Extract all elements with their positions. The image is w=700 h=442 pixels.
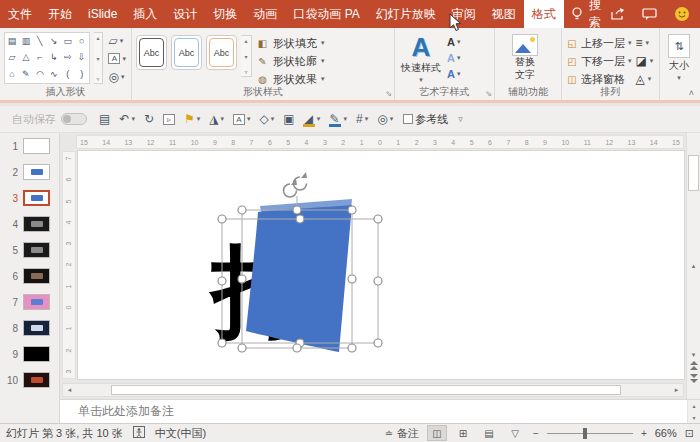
align-objects-button[interactable]: ≡▾ <box>636 35 654 51</box>
slide-thumbnail-8[interactable]: 8 <box>0 315 59 341</box>
slide-thumbnail-4[interactable]: 4 <box>0 211 59 237</box>
merge-shapes-qat-button[interactable]: ◎▾ <box>373 111 397 127</box>
search-box[interactable]: 搜索 <box>564 0 609 28</box>
shape-gallery-icon-5[interactable]: ○ <box>79 37 84 46</box>
next-slide-button[interactable] <box>687 372 700 385</box>
v-scroll-thumb[interactable] <box>688 155 699 191</box>
shape-gallery-icon-3[interactable]: ↘ <box>50 37 58 46</box>
shape-gallery-icon-7[interactable]: △ <box>22 53 29 62</box>
notes-toggle-button[interactable]: ≐ 备注 <box>385 426 419 441</box>
slide-sorter-view-button[interactable]: ⊞ <box>453 425 473 441</box>
edit-shape-button[interactable]: ▱▾ <box>107 33 127 48</box>
vertical-scrollbar[interactable]: ▴ ▾ <box>686 133 700 399</box>
start-slideshow-button[interactable]: ▹ <box>159 112 179 127</box>
outline-color-button[interactable]: ✎▾ <box>325 111 351 127</box>
shape-gallery-icon-8[interactable]: ⌐ <box>37 53 42 62</box>
qat-overflow-button[interactable]: ▿ <box>454 113 467 126</box>
shape-gallery-icon-6[interactable]: ▱ <box>9 53 16 62</box>
menu-tab-动画[interactable]: 动画 <box>245 0 285 28</box>
shape-gallery-icon-10[interactable]: ⇨ <box>64 53 72 62</box>
menu-tab-幻灯片放映[interactable]: 幻灯片放映 <box>368 0 444 28</box>
notes-scroll-down-icon[interactable]: ▾ <box>688 412 700 424</box>
text-effects-button[interactable]: A▾ <box>447 66 460 81</box>
quick-styles-button[interactable]: A 快速样式 ▾ <box>399 32 443 87</box>
undo-button[interactable]: ↶▾ <box>115 111 139 127</box>
zoom-slider[interactable] <box>547 433 633 434</box>
menu-tab-文件[interactable]: 文件 <box>0 0 40 28</box>
notes-scroll-up-icon[interactable]: ▴ <box>688 400 700 412</box>
menu-tab-口袋动画 PA[interactable]: 口袋动画 PA <box>285 0 367 28</box>
h-scroll-thumb[interactable] <box>111 385 621 395</box>
merge-shapes-button[interactable]: ◎▾ <box>107 69 127 84</box>
notes-pane[interactable]: 单击此处添加备注 ▴ ▾ <box>60 399 700 423</box>
shape-gallery-icon-0[interactable]: ▤ <box>8 37 17 46</box>
zoom-out-icon[interactable]: − <box>533 428 539 439</box>
shape-style-preset-2[interactable]: Abc <box>171 35 202 70</box>
collapse-ribbon-icon[interactable]: ˄ <box>689 88 694 98</box>
styles-scrollbar[interactable]: ▴▾▿ <box>241 35 252 77</box>
slide-thumbnail-6[interactable]: 6 <box>0 263 59 289</box>
textbox-button[interactable]: A▾ <box>229 112 255 127</box>
selection-pane-button[interactable]: ▣ <box>279 111 298 127</box>
menu-tab-设计[interactable]: 设计 <box>165 0 205 28</box>
shape-gallery-icon-15[interactable]: ∿ <box>50 70 58 79</box>
scroll-down-icon[interactable]: ▾ <box>687 351 700 359</box>
gallery-scrollbar[interactable]: ▴▾▿ <box>94 32 104 84</box>
notes-scrollbar[interactable]: ▴ ▾ <box>687 400 700 423</box>
slide-thumbnail-3[interactable]: 3 <box>0 185 59 211</box>
text-outline-button[interactable]: A▾ <box>447 50 460 65</box>
previous-slide-button[interactable] <box>687 359 700 372</box>
group-objects-button[interactable]: ◪▾ <box>636 53 654 69</box>
slide-thumbnail-10[interactable]: 10 <box>0 367 59 393</box>
slide-thumbnail-5[interactable]: 5 <box>0 237 59 263</box>
guides-checkbox[interactable]: 参考线 <box>399 110 452 129</box>
scroll-right-icon[interactable]: ▸ <box>670 384 683 396</box>
rotate-handle-icon[interactable] <box>284 172 308 197</box>
redo-button[interactable]: ↻ <box>140 111 158 127</box>
button-上移一层[interactable]: ◱上移一层▾ <box>566 35 632 51</box>
shape-gallery-icon-9[interactable]: ↳ <box>50 53 58 62</box>
blue-freeform-shape[interactable] <box>246 205 352 352</box>
menu-tab-切换[interactable]: 切换 <box>205 0 245 28</box>
shape-gallery-icon-4[interactable]: ▭ <box>63 37 72 46</box>
save-button[interactable]: ▤ <box>95 111 114 127</box>
shape-gallery-icon-16[interactable]: ( <box>66 70 69 79</box>
shape-gallery-icon-14[interactable]: ◠ <box>36 70 44 79</box>
menu-tab-视图[interactable]: 视图 <box>484 0 524 28</box>
language-indicator[interactable]: 中文(中国) <box>155 426 206 441</box>
share-icon[interactable] <box>609 7 626 22</box>
normal-view-button[interactable]: ◫ <box>427 425 447 441</box>
button-下移一层[interactable]: ◰下移一层▾ <box>566 53 632 69</box>
align-button[interactable]: ⚑▾ <box>180 111 204 127</box>
dialog-launcher-icon[interactable]: ⇘ <box>385 89 392 98</box>
shape-gallery-icon-12[interactable]: ⌂ <box>9 70 14 79</box>
accessibility-checker-icon[interactable] <box>133 426 145 440</box>
draw-textbox-button[interactable]: A▾ <box>107 51 127 66</box>
menu-tab-开始[interactable]: 开始 <box>40 0 80 28</box>
menu-tab-插入[interactable]: 插入 <box>125 0 165 28</box>
comments-icon[interactable] <box>641 7 658 22</box>
horizontal-scrollbar[interactable]: ◂ ▸ <box>62 383 684 397</box>
menu-tab-格式[interactable]: 格式 <box>524 0 564 28</box>
reading-view-button[interactable]: ▤ <box>479 425 499 441</box>
shape-gallery-icon-13[interactable]: ✎ <box>22 70 30 79</box>
grid-button[interactable]: #▾ <box>352 111 372 127</box>
slide-thumbnail-9[interactable]: 9 <box>0 341 59 367</box>
text-fill-button[interactable]: A▾ <box>447 34 460 49</box>
scroll-left-icon[interactable]: ◂ <box>63 384 76 396</box>
shapes-button[interactable]: ◇▾ <box>256 111 279 127</box>
zoom-slider-thumb[interactable] <box>583 428 587 439</box>
shape-gallery-icon-11[interactable]: ⇩ <box>78 53 86 62</box>
shape-style-preset-3[interactable]: Abc <box>206 35 237 70</box>
slideshow-view-button[interactable]: ▽ <box>505 425 525 441</box>
alt-text-button[interactable]: 替换 文字 <box>499 32 551 87</box>
shape-gallery-icon-2[interactable]: ╲ <box>37 37 42 46</box>
autosave-toggle[interactable]: 自动保存 <box>6 112 93 127</box>
slide-thumbnail-7[interactable]: 7 <box>0 289 59 315</box>
dialog-launcher-icon[interactable]: ⇘ <box>485 89 492 98</box>
fill-color-button[interactable]: ◢▾ <box>300 111 325 127</box>
zoom-in-icon[interactable]: + <box>641 428 647 439</box>
rotate-3d-button[interactable]: ◮▾ <box>205 111 228 127</box>
notes-placeholder[interactable]: 单击此处添加备注 <box>60 403 174 420</box>
fit-to-window-icon[interactable]: ⊡ <box>685 427 694 440</box>
